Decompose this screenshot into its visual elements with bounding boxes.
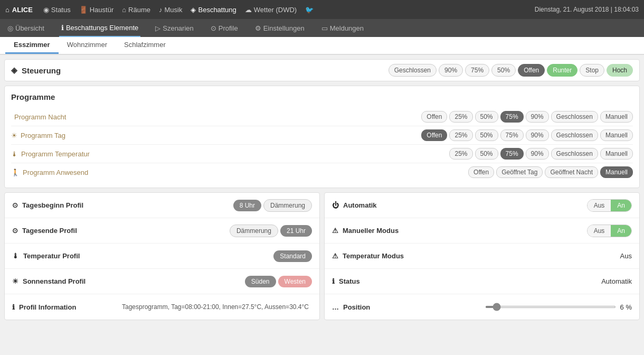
nav-extra[interactable]: 🐦 [305, 6, 314, 14]
pt-90[interactable]: 90% [526, 129, 549, 141]
ptemp-geschlossen[interactable]: Geschlossen [551, 148, 598, 160]
tab-wohnzimmer[interactable]: Wohnzimmer [59, 37, 116, 54]
temperatur-standard[interactable]: Standard [273, 250, 312, 262]
pn-90[interactable]: 90% [526, 111, 549, 123]
pt-offen[interactable]: Offen [421, 129, 447, 141]
status-icon: ◉ [43, 6, 49, 14]
nav-raeume[interactable]: ⌂ Räume [122, 6, 150, 14]
tagesbeginn-row: ⊙ Tagesbeginn Profil 8 Uhr Dämmerung [5, 193, 319, 218]
sonnenstand-sueden[interactable]: Süden [245, 276, 276, 287]
nav-haustuer[interactable]: 🚪 Haustür [79, 6, 114, 14]
automatik-toggle: Aus An [587, 199, 632, 212]
ctrl-75[interactable]: 75% [465, 64, 489, 77]
pa-geoffnet-nacht[interactable]: Geöffnet Nacht [545, 166, 598, 178]
manuell-an[interactable]: An [611, 225, 631, 237]
secondbar-meldungen[interactable]: ▭ Meldungen [319, 19, 366, 37]
ptemp-50[interactable]: 50% [475, 148, 498, 160]
temperatur-profil-row: 🌡 Temperatur Profil Standard [5, 244, 319, 269]
ubersicht-icon: ◎ [7, 24, 13, 32]
ptemp-manuell[interactable]: Manuell [600, 148, 633, 160]
secondbar-elemente[interactable]: ℹ Beschattungs Elemente [59, 19, 140, 37]
tab-schlafzimmer[interactable]: Schlafzimmer [116, 37, 174, 54]
tagesbeginn-8uhr[interactable]: 8 Uhr [233, 200, 261, 211]
sonnenstand-row: ☀ Sonnenstand Profil Süden Westen [5, 269, 319, 294]
sonnenstand-westen[interactable]: Westen [278, 276, 312, 287]
secondbar-ubersicht[interactable]: ◎ Übersicht [5, 19, 46, 37]
ctrl-50[interactable]: 50% [491, 64, 516, 77]
temp-modus-icon: ⚠ [332, 252, 338, 260]
tagesbeginn-label: ⊙ Tagesbeginn Profil [12, 201, 118, 209]
tagesbeginn-daemmerung[interactable]: Dämmerung [263, 199, 312, 212]
pa-manuell[interactable]: Manuell [600, 166, 633, 178]
datetime: Dienstag, 21. August 2018 | 18:04:03 [535, 6, 639, 13]
programme-tag-btns: Offen 25% 50% 75% 90% Geschlossen Manuel… [421, 129, 633, 141]
ctrl-geschlossen[interactable]: Geschlossen [389, 64, 437, 77]
extra-icon: 🐦 [305, 6, 314, 14]
sonnenstand-value: Süden Westen [245, 276, 312, 287]
ctrl-90[interactable]: 90% [439, 64, 463, 77]
temperatur-profil-label: 🌡 Temperatur Profil [12, 252, 118, 260]
ptemp-75[interactable]: 75% [500, 148, 524, 160]
pn-offen[interactable]: Offen [421, 111, 447, 123]
anwesend-icon: 🚶 [11, 169, 20, 176]
pt-25[interactable]: 25% [449, 129, 472, 141]
position-slider[interactable] [485, 306, 616, 308]
pn-75[interactable]: 75% [500, 111, 524, 123]
pn-25[interactable]: 25% [449, 111, 472, 123]
position-icon: … [332, 303, 339, 311]
ptemp-25[interactable]: 25% [449, 148, 472, 160]
pt-75[interactable]: 75% [500, 129, 524, 141]
programme-nacht-label: Programm Nacht [11, 113, 159, 121]
pa-geoffnet-tag[interactable]: Geöffnet Tag [496, 166, 543, 178]
pn-50[interactable]: 50% [475, 111, 498, 123]
automatik-an[interactable]: An [611, 200, 631, 211]
profile-icon: ⊙ [211, 24, 216, 32]
tagesende-row: ⊙ Tagesende Profil Dämmerung 21 Uhr [5, 218, 319, 244]
temperatur-icon: 🌡 [11, 150, 18, 158]
beschattung-icon: ◈ [191, 6, 196, 14]
secondbar-szenarien[interactable]: ▷ Szenarien [153, 19, 196, 37]
pt-manuell[interactable]: Manuell [600, 129, 633, 141]
ctrl-offen[interactable]: Offen [518, 64, 545, 77]
raeume-icon: ⌂ [122, 6, 126, 14]
programme-title: Programme [11, 92, 633, 101]
pn-geschlossen[interactable]: Geschlossen [551, 111, 598, 123]
manuell-toggle: Aus An [587, 225, 632, 237]
automatik-value: Aus An [587, 199, 632, 212]
tag-icon: ☀ [11, 132, 17, 139]
nav-musik[interactable]: ♪ Musik [159, 6, 182, 14]
programme-anwesend-label: 🚶 Programm Anwesend [11, 169, 159, 176]
tab-esszimmer[interactable]: Esszimmer [5, 37, 59, 54]
ctrl-stop[interactable]: Stop [580, 64, 604, 77]
manuell-label: ⚠ Manueller Modus [332, 227, 587, 235]
secondbar-profile[interactable]: ⊙ Profile [209, 19, 240, 37]
manuell-aus[interactable]: Aus [588, 225, 611, 237]
programme-row-tag: ☀ Programm Tag Offen 25% 50% 75% 90% Ges… [11, 126, 633, 145]
ptemp-90[interactable]: 90% [526, 148, 549, 160]
tagesende-21uhr[interactable]: 21 Uhr [280, 225, 312, 237]
position-percent: 6 % [620, 303, 632, 311]
tagesende-icon: ⊙ [12, 227, 18, 235]
manuell-icon: ⚠ [332, 227, 338, 235]
ctrl-runter[interactable]: Runter [547, 64, 577, 77]
haustuer-icon: 🚪 [79, 6, 88, 14]
nav-beschattung[interactable]: ◈ Beschattung [191, 6, 236, 14]
nav-wetter[interactable]: ☁ Wetter (DWD) [245, 6, 297, 14]
tagesbeginn-icon: ⊙ [12, 201, 18, 209]
ctrl-hoch[interactable]: Hoch [607, 64, 633, 77]
pt-50[interactable]: 50% [475, 129, 498, 141]
position-value: 6 % [485, 303, 632, 311]
brand[interactable]: ⌂ ALICE [5, 6, 33, 14]
meldungen-icon: ▭ [321, 24, 328, 32]
automatik-aus[interactable]: Aus [588, 200, 611, 211]
temperatur-profil-value: Standard [273, 250, 312, 262]
nav-status[interactable]: ◉ Status [43, 6, 71, 14]
pt-geschlossen[interactable]: Geschlossen [551, 129, 598, 141]
tagesbeginn-value: 8 Uhr Dämmerung [233, 199, 312, 212]
programme-anwesend-btns: Offen Geöffnet Tag Geöffnet Nacht Manuel… [468, 166, 633, 178]
secondbar-einstellungen[interactable]: ⚙ Einstellungen [253, 19, 307, 37]
tagesende-daemmerung[interactable]: Dämmerung [230, 225, 278, 237]
right-section: ⏻ Automatik Aus An ⚠ Manueller Modus [324, 192, 640, 320]
pa-offen[interactable]: Offen [468, 166, 494, 178]
pn-manuell[interactable]: Manuell [600, 111, 633, 123]
